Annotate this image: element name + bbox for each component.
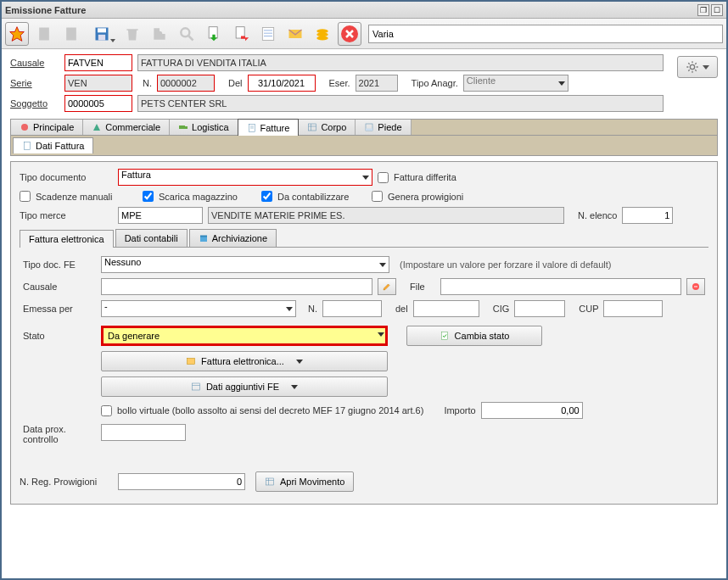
star-button[interactable] xyxy=(5,22,29,46)
fe-n-input[interactable] xyxy=(322,300,382,317)
causale-input[interactable] xyxy=(64,54,132,71)
save-button[interactable] xyxy=(87,22,117,46)
scarica-mag-label: Scarica magazzino xyxy=(159,192,256,202)
scadenze-manuali-check[interactable] xyxy=(20,191,31,202)
svg-marker-0 xyxy=(10,26,25,41)
toolbar: Varia xyxy=(2,19,726,49)
subtab-dati-fattura[interactable]: Dati Fattura xyxy=(13,137,93,153)
window-title: Emissione Fatture xyxy=(5,5,697,15)
tipo-doc-fe-combo[interactable]: Nessuno xyxy=(101,256,389,273)
svg-rect-5 xyxy=(98,34,105,40)
soggetto-label: Soggetto xyxy=(10,98,59,109)
maximize-icon[interactable]: ☐ xyxy=(711,4,723,16)
fe-del-label: del xyxy=(395,304,408,314)
emessa-per-combo[interactable]: - xyxy=(101,300,296,317)
fe-n-label: N. xyxy=(308,304,317,314)
inner-tab-dati-contabili[interactable]: Dati contabili xyxy=(115,229,188,247)
mail-button[interactable] xyxy=(283,22,307,46)
subtab-holder: Dati Fattura xyxy=(10,136,718,156)
bollo-check[interactable] xyxy=(101,405,112,416)
del-input[interactable] xyxy=(248,75,316,92)
svg-point-6 xyxy=(181,28,189,36)
search-button[interactable] xyxy=(175,22,199,46)
n-reg-prov-input[interactable] xyxy=(118,473,245,490)
tab-logistica[interactable]: Logistica xyxy=(170,120,238,135)
tab-commerciale[interactable]: Commerciale xyxy=(83,120,170,135)
tipo-doc-label: Tipo documento xyxy=(20,172,113,182)
svg-rect-34 xyxy=(200,237,207,242)
doc-in-button[interactable] xyxy=(202,22,226,46)
tipo-anagr-combo: Cliente xyxy=(463,75,568,92)
fe-causale-input[interactable] xyxy=(101,278,372,295)
tipo-merce-input[interactable] xyxy=(118,207,203,224)
doc1-button[interactable] xyxy=(32,22,56,46)
coins-button[interactable] xyxy=(311,22,334,46)
tab-fatture[interactable]: Fatture xyxy=(238,119,300,136)
dati-aggiuntivi-button[interactable]: Dati aggiuntivi FE xyxy=(101,376,388,397)
del-label: Del xyxy=(228,78,243,88)
genera-prov-check[interactable] xyxy=(372,191,383,202)
cup-label: CUP xyxy=(579,304,598,314)
svg-rect-40 xyxy=(192,383,199,390)
puzzle-button[interactable] xyxy=(148,22,171,46)
stato-combo[interactable]: Da generare xyxy=(101,326,388,346)
fe-del-input[interactable] xyxy=(413,300,479,317)
svg-rect-42 xyxy=(266,478,274,485)
fattura-differita-check[interactable] xyxy=(378,172,389,183)
svg-rect-35 xyxy=(200,236,207,237)
fattura-elettronica-button[interactable]: Fattura elettronica... xyxy=(101,351,388,371)
eser-input xyxy=(356,75,398,92)
n-input[interactable] xyxy=(157,75,215,92)
cig-label: CIG xyxy=(493,304,510,314)
serie-label: Serie xyxy=(10,78,59,88)
da-contab-check[interactable] xyxy=(261,191,272,202)
gear-button[interactable] xyxy=(677,56,718,78)
importo-input[interactable] xyxy=(481,402,583,419)
tab-principale[interactable]: Principale xyxy=(11,120,83,135)
doc-out-button[interactable] xyxy=(229,22,253,46)
svg-rect-1 xyxy=(39,27,49,40)
doc2-button[interactable] xyxy=(59,22,83,46)
tipo-merce-desc xyxy=(208,207,564,224)
varia-field[interactable]: Varia xyxy=(368,25,723,43)
fe-file-delete-icon[interactable] xyxy=(686,278,705,295)
soggetto-input[interactable] xyxy=(64,95,132,112)
data-prox-label: Data prox. controllo xyxy=(23,424,96,444)
fe-causale-label: Causale xyxy=(23,282,96,292)
cig-input[interactable] xyxy=(514,300,565,317)
eser-label: Eser. xyxy=(329,78,350,88)
scarica-mag-check[interactable] xyxy=(143,191,154,202)
tab-corpo[interactable]: Corpo xyxy=(299,120,356,135)
data-prox-input[interactable] xyxy=(101,424,186,441)
titlebar: Emissione Fatture ❐ ☐ xyxy=(2,2,726,19)
trash-button[interactable] xyxy=(120,22,144,46)
cambia-stato-button[interactable]: Cambia stato xyxy=(406,326,542,346)
n-elenco-input[interactable] xyxy=(622,207,673,224)
genera-prov-label: Genera prowigioni xyxy=(388,192,463,202)
svg-rect-4 xyxy=(98,28,106,32)
fe-file-input[interactable] xyxy=(440,278,681,295)
svg-rect-38 xyxy=(441,332,447,340)
inner-tab-fe[interactable]: Fattura elettronica xyxy=(20,230,114,248)
fe-causale-edit-icon[interactable] xyxy=(378,278,396,295)
svg-point-21 xyxy=(690,64,694,69)
cup-input[interactable] xyxy=(603,300,663,317)
list-button[interactable] xyxy=(256,22,280,46)
tipo-doc-combo[interactable]: Fattura xyxy=(118,169,372,186)
serie-input[interactable] xyxy=(64,75,132,92)
restore-icon[interactable]: ❐ xyxy=(697,4,709,16)
tipo-anagr-label: Tipo Anagr. xyxy=(412,78,458,88)
n-reg-prov-label: N. Reg. Prowigioni xyxy=(20,477,113,487)
da-contab-label: Da contabilizzare xyxy=(277,192,367,202)
importo-label: Importo xyxy=(444,405,475,415)
n-label: N. xyxy=(143,78,152,88)
fattura-panel: Tipo documento Fattura Fattura differita… xyxy=(10,161,718,505)
n-elenco-label: N. elenco xyxy=(578,210,617,220)
window-controls: ❐ ☐ xyxy=(697,4,723,16)
scadenze-manuali-label: Scadenze manuali xyxy=(36,192,137,202)
inner-tab-archiviazione[interactable]: Archiviazione xyxy=(189,229,277,247)
tab-piede[interactable]: Piede xyxy=(356,120,411,135)
svg-point-17 xyxy=(316,36,328,40)
apri-movimento-button[interactable]: Apri Movimento xyxy=(255,471,354,492)
close-button[interactable] xyxy=(338,22,361,46)
